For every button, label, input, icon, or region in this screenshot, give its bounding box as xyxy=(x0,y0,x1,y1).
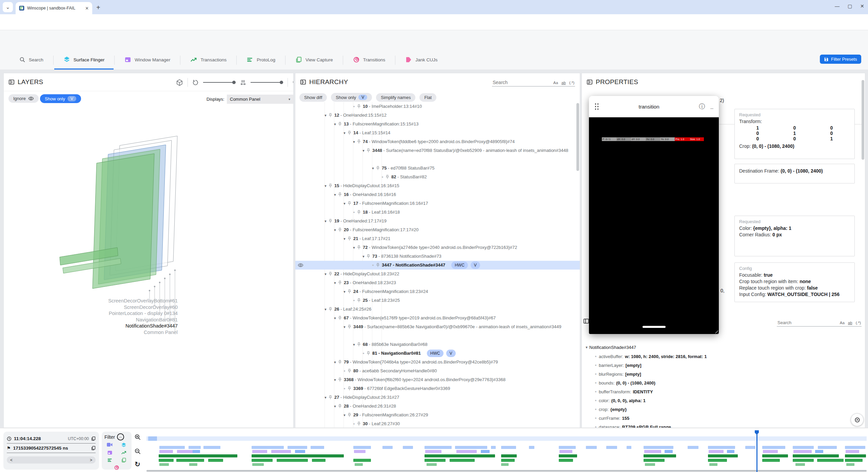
trace-entry-segment[interactable] xyxy=(353,446,371,449)
regex-icon[interactable]: (.*) xyxy=(569,81,574,85)
trace-entry-segment[interactable] xyxy=(762,459,780,462)
hierarchy-row-13[interactable]: ▾13 - FullscreenMagnification:15:15#13 xyxy=(295,120,580,129)
match-word-icon[interactable]: ab xyxy=(848,321,852,325)
pin-icon[interactable] xyxy=(348,411,353,417)
trace-entry-segment[interactable] xyxy=(708,454,738,457)
pin-icon[interactable] xyxy=(338,314,344,320)
property-row[interactable]: ●blurRegions:[empty] xyxy=(582,370,863,378)
pin-icon[interactable] xyxy=(329,393,334,400)
trace-entry-segment[interactable] xyxy=(252,459,273,462)
chip-simplify-names[interactable]: Simplify names xyxy=(376,93,415,102)
pin-icon[interactable] xyxy=(357,208,363,215)
hierarchy-row-75[interactable]: ▾75 - ed70f88 StatusBar#75 xyxy=(295,164,580,173)
trace-entry-segment[interactable] xyxy=(159,454,237,457)
copy-icon[interactable] xyxy=(91,446,96,450)
trace-entry-segment[interactable] xyxy=(709,450,724,453)
trace-entry-segment[interactable] xyxy=(793,459,814,462)
screen-recording-icon[interactable] xyxy=(107,442,113,448)
protolog-icon[interactable] xyxy=(107,457,113,463)
expand-arrow-icon[interactable]: ▾ xyxy=(370,164,376,173)
hierarchy-row-26[interactable]: ▾26 - Leaf:24:25#26 xyxy=(295,305,580,314)
expand-arrow-icon[interactable]: ▾ xyxy=(341,199,348,208)
trace-entry-segment[interactable] xyxy=(189,446,201,449)
trace-entry-segment[interactable] xyxy=(481,450,490,453)
hierarchy-row-24[interactable]: ▾24 - FullscreenMagnification:18:23#24 xyxy=(295,287,580,296)
layer-label[interactable]: Common Panel xyxy=(144,330,178,335)
trace-entry-segment[interactable] xyxy=(501,454,517,457)
trace-entry-segment[interactable] xyxy=(688,446,698,449)
trace-entry-segment[interactable] xyxy=(501,459,515,462)
chip-flat[interactable]: Flat xyxy=(419,93,436,102)
trace-entry-segment[interactable] xyxy=(818,446,837,449)
trace-entry-segment[interactable] xyxy=(425,446,452,449)
pin-icon[interactable] xyxy=(338,375,344,382)
hierarchy-row-20[interactable]: ▾20 - FullscreenMagnification:17:17#20 xyxy=(295,225,580,234)
hierarchy-row-15[interactable]: ▾15 - HideDisplayCutout:16:16#15 xyxy=(295,181,580,190)
hierarchy-row-73[interactable]: ▾73 - 8736138 NotificationShade#73 xyxy=(295,252,580,261)
pin-icon[interactable] xyxy=(357,296,363,303)
tab-search-chevron-icon[interactable]: ⌄ xyxy=(3,2,13,12)
hierarchy-row-25[interactable]: ●25 - Leaf:18:23#25 xyxy=(295,296,580,305)
trace-entry-segment[interactable] xyxy=(665,450,673,453)
trace-entry-segment[interactable] xyxy=(709,463,717,466)
hierarchy-row-81[interactable]: ●81 - NavigationBar0#81HWCV xyxy=(295,349,580,358)
trace-entry-segment[interactable] xyxy=(189,463,197,466)
window-maximize-icon[interactable]: ▢ xyxy=(848,3,852,9)
hierarchy-row-21[interactable]: ▾21 - Leaf:17:17#21 xyxy=(295,234,580,243)
expand-arrow-icon[interactable]: ▾ xyxy=(332,190,338,199)
pin-icon[interactable] xyxy=(338,225,344,232)
pin-icon[interactable] xyxy=(357,137,363,144)
trace-entry-segment[interactable] xyxy=(645,463,655,466)
trace-entry-segment[interactable] xyxy=(559,446,576,449)
trace-entry-segment[interactable] xyxy=(793,450,812,453)
trace-entry-segment[interactable] xyxy=(793,454,839,457)
trace-entry-segment[interactable] xyxy=(644,450,661,453)
pin-icon[interactable] xyxy=(329,270,334,276)
expand-arrow-icon[interactable]: ▾ xyxy=(332,225,338,234)
collapse-filter-icon[interactable]: ︿ xyxy=(117,433,124,440)
tab-transactions[interactable]: Transactions xyxy=(181,51,236,70)
hierarchy-row-16[interactable]: ▾16 - OneHanded:16:16#16 xyxy=(295,190,580,199)
browser-tab[interactable]: Winscope | sandbox-FAIL ✕ xyxy=(16,2,92,14)
hierarchy-row-12[interactable]: ▾12 - OneHanded:15:15#12 xyxy=(295,111,580,120)
expand-arrow-icon[interactable]: ▾ xyxy=(332,278,338,287)
expand-arrow-icon[interactable]: ▾ xyxy=(360,252,367,261)
trace-entry-segment[interactable] xyxy=(627,446,631,449)
expand-arrow-icon[interactable]: ▾ xyxy=(322,217,329,225)
pin-icon[interactable] xyxy=(329,217,334,223)
hierarchy-row-79[interactable]: ▾79 - WindowToken{7046b4a type=2024 andr… xyxy=(295,358,580,367)
layer-label[interactable]: ScreenDecorOverlay#60 xyxy=(124,304,178,310)
hierarchy-row-23[interactable]: ▾23 - OneHanded:18:23#23 xyxy=(295,278,580,287)
property-row[interactable]: ●bounds:(0, 0) - (1080, 2400) xyxy=(582,378,863,387)
hierarchy-row-72[interactable]: ▾72 - WindowToken{a2746de type=2040 andr… xyxy=(295,243,580,252)
trace-entry-segment[interactable] xyxy=(288,446,307,449)
tab-jank-cujs[interactable]: Jank CUJs xyxy=(396,51,447,70)
trace-entry-segment[interactable] xyxy=(425,454,495,457)
trace-entry-segment[interactable] xyxy=(425,459,446,462)
filter-presets-button[interactable]: Filter Presets xyxy=(820,55,861,64)
transitions-icon[interactable] xyxy=(114,465,119,470)
window-minimize-icon[interactable]: — xyxy=(835,3,840,9)
panel-collapse-icon[interactable] xyxy=(300,79,306,85)
timeline-reset-zoom-icon[interactable]: ↻ xyxy=(135,460,140,468)
trace-entry-segment[interactable] xyxy=(353,459,371,462)
property-row[interactable]: ●bufferTransform:IDENTITY xyxy=(582,387,863,396)
spacing-slider[interactable] xyxy=(251,82,283,83)
expand-arrow-icon[interactable]: ▾ xyxy=(360,146,367,155)
pin-icon[interactable] xyxy=(348,129,353,135)
pin-icon[interactable] xyxy=(376,164,382,171)
hierarchy-row-17[interactable]: ▾17 - FullscreenMagnification:16:16#17 xyxy=(295,199,580,208)
property-row[interactable]: ●dataspace:BT709 sRGB Full range xyxy=(582,422,863,428)
trace-entry-segment[interactable] xyxy=(644,454,676,457)
hierarchy-row-19[interactable]: ▾19 - OneHanded:17:17#19 xyxy=(295,217,580,225)
trace-entry-segment[interactable] xyxy=(845,446,865,449)
expand-arrow-icon[interactable]: ▾ xyxy=(332,120,338,129)
hierarchy-row-14[interactable]: ▾14 - Leaf:15:15#14 xyxy=(295,129,580,137)
pin-icon[interactable] xyxy=(348,287,353,294)
expand-arrow-icon[interactable]: ▾ xyxy=(322,111,329,120)
trace-entry-segment[interactable] xyxy=(846,450,859,453)
timeline-zoom-out-icon[interactable] xyxy=(134,448,141,455)
properties-scrollbar[interactable] xyxy=(862,80,864,160)
tab-surface-flinger[interactable]: Surface Flinger xyxy=(54,51,114,70)
human-time-field[interactable]: 11:04:14.228 UTC+00:00 xyxy=(7,434,96,444)
